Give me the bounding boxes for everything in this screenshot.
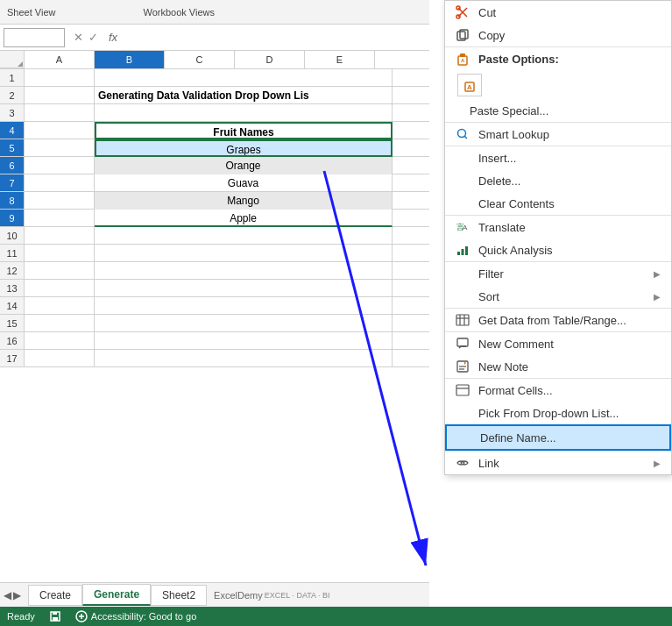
sort-label: Sort xyxy=(478,290,645,303)
cell-b2[interactable]: Generating Data Validation Drop Down Lis xyxy=(95,87,393,104)
menu-item-clear-contents[interactable]: Clear Contents xyxy=(445,192,671,215)
menu-item-sort[interactable]: Sort ▶ xyxy=(445,285,671,308)
cell-a15[interactable] xyxy=(25,315,95,332)
spreadsheet-area: Sheet View Workbook Views B5 ✕ ✓ fx Grap… xyxy=(0,0,429,626)
sort-arrow-icon: ▶ xyxy=(654,292,661,302)
cell-a2[interactable] xyxy=(25,87,95,104)
row-num-3[interactable]: 3 xyxy=(0,104,25,121)
paste-icon: A xyxy=(456,52,470,66)
sheet-tab-sheet2[interactable]: Sheet2 xyxy=(151,585,207,606)
col-header-b[interactable]: B xyxy=(95,51,165,68)
col-header-e[interactable]: E xyxy=(305,51,375,68)
cell-a8[interactable] xyxy=(25,192,95,210)
fx-label: fx xyxy=(103,31,123,44)
tab-next-icon[interactable]: ▶ xyxy=(13,589,21,601)
insert-icon xyxy=(456,151,470,165)
sheet-tab-generate[interactable]: Generate xyxy=(82,584,151,606)
cell-b17[interactable] xyxy=(95,350,393,367)
cell-b3[interactable] xyxy=(95,104,393,122)
row-num-10[interactable]: 10 xyxy=(0,227,25,244)
row-num-5[interactable]: 5 xyxy=(0,139,25,156)
cell-b9[interactable]: Apple xyxy=(95,210,393,227)
row-num-7[interactable]: 7 xyxy=(0,174,25,191)
row-num-11[interactable]: 11 xyxy=(0,245,25,261)
row-num-17[interactable]: 17 xyxy=(0,350,25,366)
menu-item-quick-analysis[interactable]: Quick Analysis xyxy=(445,238,671,261)
menu-item-copy[interactable]: Copy xyxy=(445,24,671,46)
formula-dividers: ✕ ✓ xyxy=(68,31,103,44)
cell-b13[interactable] xyxy=(95,280,393,297)
cell-b4[interactable]: Fruit Names xyxy=(95,122,393,139)
cell-b16[interactable] xyxy=(95,332,393,350)
menu-item-new-comment[interactable]: New Comment xyxy=(445,331,671,355)
cell-a12[interactable] xyxy=(25,262,95,280)
col-header-d[interactable]: D xyxy=(235,51,305,68)
menu-item-cut[interactable]: Cut xyxy=(445,1,671,24)
cell-a14[interactable] xyxy=(25,297,95,315)
menu-item-link[interactable]: Link ▶ xyxy=(445,451,671,474)
cell-a10[interactable] xyxy=(25,227,95,245)
row-num-13[interactable]: 13 xyxy=(0,280,25,296)
menu-item-paste-special[interactable]: Paste Special... xyxy=(445,100,671,122)
row-num-14[interactable]: 14 xyxy=(0,297,25,314)
tab-prev-icon[interactable]: ◀ xyxy=(4,589,11,601)
cell-b5[interactable]: Grapes xyxy=(95,139,393,157)
delete-icon xyxy=(456,174,470,188)
cell-b6[interactable]: Orange xyxy=(95,157,393,174)
cell-a4[interactable] xyxy=(25,122,95,139)
svg-line-19 xyxy=(464,136,467,139)
menu-item-filter[interactable]: Filter ▶ xyxy=(445,261,671,285)
ribbon-section: Sheet View Workbook Views xyxy=(7,7,215,18)
format-cells-icon xyxy=(456,383,470,397)
row-num-4[interactable]: 4 xyxy=(0,122,25,139)
cell-b8[interactable]: Mango xyxy=(95,192,393,210)
row-num-1[interactable]: 1 xyxy=(0,69,25,86)
row-num-12[interactable]: 12 xyxy=(0,262,25,279)
menu-item-pick-from-list[interactable]: Pick From Drop-down List... xyxy=(445,402,671,424)
row-num-9[interactable]: 9 xyxy=(0,210,25,226)
cell-a13[interactable] xyxy=(25,280,95,297)
menu-item-format-cells[interactable]: Format Cells... xyxy=(445,378,671,402)
menu-item-translate[interactable]: 言A Translate xyxy=(445,215,671,238)
table-row: 4 Fruit Names xyxy=(0,122,429,139)
col-header-c[interactable]: C xyxy=(165,51,235,68)
paste-btn[interactable]: A xyxy=(457,74,482,96)
cell-b14[interactable] xyxy=(95,297,393,315)
row-num-8[interactable]: 8 xyxy=(0,192,25,209)
row-num-2[interactable]: 2 xyxy=(0,87,25,103)
menu-item-get-data[interactable]: Get Data from Table/Range... xyxy=(445,308,671,331)
menu-item-new-note[interactable]: New Note xyxy=(445,355,671,378)
cell-b1[interactable] xyxy=(95,69,393,87)
translate-icon: 言A xyxy=(456,220,470,234)
menu-item-smart-lookup[interactable]: Smart Lookup xyxy=(445,122,671,146)
row-num-6[interactable]: 6 xyxy=(0,157,25,174)
cell-b10[interactable] xyxy=(95,227,393,245)
menu-item-define-name[interactable]: Define Name... xyxy=(445,424,671,451)
col-header-a[interactable]: A xyxy=(25,51,95,68)
cell-b12[interactable] xyxy=(95,262,393,280)
smart-lookup-icon xyxy=(456,127,470,141)
cell-a17[interactable] xyxy=(25,350,95,367)
cell-a1[interactable] xyxy=(25,69,95,87)
link-icon xyxy=(456,456,470,470)
cell-a11[interactable] xyxy=(25,245,95,262)
cell-b15[interactable] xyxy=(95,315,393,332)
row-num-15[interactable]: 15 xyxy=(0,315,25,331)
cell-a6[interactable] xyxy=(25,157,95,174)
cell-ref-input[interactable]: B5 xyxy=(4,28,65,47)
menu-item-insert[interactable]: Insert... xyxy=(445,146,671,169)
cell-a16[interactable] xyxy=(25,332,95,350)
cell-a7[interactable] xyxy=(25,174,95,192)
cell-a5[interactable] xyxy=(25,139,95,157)
cell-a9[interactable] xyxy=(25,210,95,227)
cell-b11[interactable] xyxy=(95,245,393,262)
table-row: 9 Apple xyxy=(0,210,429,227)
formula-bar: B5 ✕ ✓ fx Grapes xyxy=(0,25,429,51)
tab-nav-buttons: ◀ ▶ xyxy=(4,589,21,601)
menu-item-delete[interactable]: Delete... xyxy=(445,169,671,192)
sheet-tab-create[interactable]: Create xyxy=(28,585,82,606)
cell-a3[interactable] xyxy=(25,104,95,122)
row-num-16[interactable]: 16 xyxy=(0,332,25,349)
cell-b7[interactable]: Guava xyxy=(95,174,393,192)
formula-input[interactable]: Grapes xyxy=(123,31,429,44)
